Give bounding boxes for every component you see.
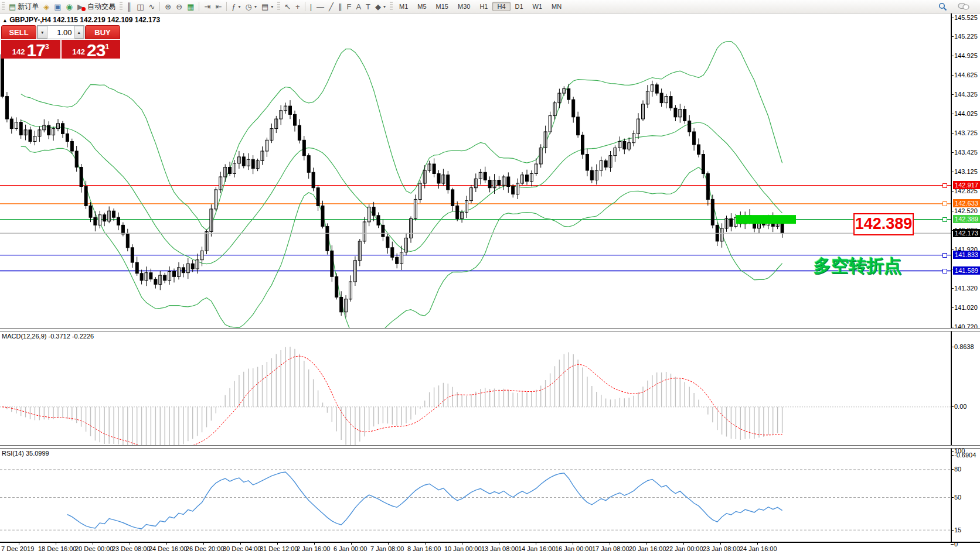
chevron-down-icon[interactable]: ▾ — [254, 4, 257, 9]
chevron-down-icon[interactable]: ▾ — [383, 4, 386, 9]
timeframe-h4-button[interactable]: H4 — [492, 2, 510, 11]
toolbar-grip[interactable] — [390, 2, 393, 11]
indicators-button[interactable]: ƒ▾ — [229, 1, 243, 12]
time-axis-label: 31 Dec 12:00 — [260, 545, 298, 552]
rsi-tick-label: 15 — [954, 526, 961, 534]
price-tick-label: 144.025 — [954, 110, 978, 117]
zoom-in-button[interactable]: ⊕ — [162, 1, 173, 12]
one-click-trade-panel: SELL ▼ ▲ BUY 142 17 3 142 23 1 — [1, 25, 120, 59]
volume-increase-button[interactable]: ▲ — [74, 26, 84, 39]
templates-button[interactable]: ▤▾ — [259, 1, 275, 12]
chat-button[interactable] — [955, 1, 972, 12]
bollinger-lower-band — [21, 146, 782, 328]
timeframe-d1-button[interactable]: D1 — [511, 2, 528, 11]
rsi-tick-label: 80 — [954, 466, 961, 473]
time-axis-label: 10 Jan 00:00 — [444, 545, 482, 552]
cursor-button[interactable]: ↖ — [282, 1, 293, 12]
chart-window: ▲ GBPJPY-,H4 142.115 142.219 142.109 142… — [0, 13, 980, 554]
line-chart-icon: ∿ — [148, 3, 155, 11]
timeframe-m15-button[interactable]: M15 — [431, 2, 453, 11]
label-button[interactable]: T — [363, 1, 373, 12]
terminal-button[interactable]: ▣ — [52, 1, 63, 12]
green-zone-rectangle[interactable] — [736, 215, 796, 224]
chevron-down-icon[interactable]: ▾ — [239, 4, 241, 9]
text-icon: A — [356, 3, 361, 11]
line-handle[interactable] — [942, 183, 947, 188]
fibonacci-button[interactable]: F — [344, 1, 353, 12]
pane-splitter-rsi[interactable] — [0, 445, 980, 449]
price-annotation-box[interactable]: 142.389 — [853, 213, 914, 235]
bollinger-upper-band — [21, 42, 782, 230]
price-tick-mark — [951, 56, 954, 56]
price-pane — [0, 13, 951, 328]
zoom-in-icon: ⊕ — [165, 3, 171, 11]
line-handle[interactable] — [942, 269, 947, 273]
crosshair-icon: + — [295, 3, 300, 11]
price-line-tag: 142.633 — [953, 199, 980, 207]
price-tick-mark — [951, 211, 954, 211]
monitor-icon: ▣ — [54, 3, 61, 11]
turning-point-text[interactable]: 多空转折点 — [814, 254, 901, 278]
horizontal-line-button[interactable]: — — [314, 1, 326, 12]
timeframe-w1-button[interactable]: W1 — [528, 2, 547, 11]
toolbar-grip[interactable] — [277, 2, 280, 11]
vertical-line-button[interactable]: | — [308, 1, 314, 12]
line-handle[interactable] — [942, 201, 947, 206]
time-axis-label: 13 Jan 08:00 — [481, 545, 519, 552]
rsi-line — [67, 472, 782, 529]
trendline-button[interactable]: ╱ — [326, 1, 336, 12]
zoom-out-button[interactable]: ⊖ — [173, 1, 185, 12]
channel-button[interactable]: ∥ — [336, 1, 345, 12]
time-axis-label: 26 Dec 20:00 — [186, 545, 224, 552]
bars-icon: ║ — [127, 3, 132, 11]
indicators-icon: ƒ — [232, 3, 236, 11]
autotrading-button[interactable]: ▶自动交易 — [75, 1, 118, 12]
search-button[interactable] — [936, 1, 950, 12]
line-handle[interactable] — [942, 217, 947, 222]
signals-button[interactable]: ◉ — [64, 1, 75, 12]
charts-button[interactable]: ◈ — [41, 1, 52, 12]
price-tick-label: 143.725 — [954, 129, 978, 136]
buy-price-button[interactable]: 142 23 1 — [62, 40, 121, 59]
sell-price-button[interactable]: 142 17 3 — [1, 40, 60, 59]
line-handle[interactable] — [942, 253, 947, 258]
price-tick-mark — [951, 172, 954, 172]
periods-button[interactable]: ◷▾ — [243, 1, 259, 12]
chevron-down-icon[interactable]: ▾ — [271, 4, 273, 9]
time-tick-mark — [646, 542, 647, 545]
toolbar-grip[interactable] — [120, 2, 122, 11]
candlestick-chart-button[interactable]: ◫ — [134, 1, 146, 12]
line-chart-button[interactable]: ∿ — [146, 1, 157, 12]
toolbar-grip[interactable] — [2, 2, 5, 11]
volume-input[interactable] — [47, 26, 74, 39]
timeframe-h1-button[interactable]: H1 — [475, 2, 492, 11]
timeframe-m5-button[interactable]: M5 — [413, 2, 431, 11]
buy-button[interactable]: BUY — [85, 25, 120, 39]
price-tick-label: 141.320 — [954, 285, 978, 292]
time-tick-mark — [351, 542, 352, 545]
bars-chart-button[interactable]: ║ — [124, 1, 134, 12]
collapse-triangle-icon[interactable]: ▲ — [2, 18, 8, 23]
price-tick-label: 141.020 — [954, 304, 978, 311]
time-axis-label: 20 Dec 00:00 — [75, 545, 113, 552]
fibonacci-icon: F — [346, 3, 351, 11]
text-button[interactable]: A — [353, 1, 363, 12]
pane-splitter-macd[interactable] — [0, 328, 980, 331]
time-axis-label: 7 Dec 2019 — [1, 545, 34, 552]
timeframe-m1-button[interactable]: M1 — [394, 2, 413, 11]
arrows-icon: ◆ — [375, 3, 381, 11]
volume-decrease-button[interactable]: ▼ — [38, 26, 47, 39]
sell-button[interactable]: SELL — [1, 25, 36, 39]
auto-scroll-button[interactable]: ⇥ — [202, 1, 213, 12]
tile-windows-button[interactable]: ▦ — [185, 1, 196, 12]
price-tick-mark — [951, 249, 954, 250]
arrows-button[interactable]: ◆▾ — [373, 1, 388, 12]
price-tick-mark — [951, 307, 954, 308]
toolbar-separator — [199, 2, 199, 11]
new-order-button[interactable]: ▤新订单 — [6, 1, 41, 12]
price-line-tag: 142.917 — [953, 181, 980, 189]
chart-shift-button[interactable]: ⇤ — [213, 1, 224, 12]
timeframe-mn-button[interactable]: MN — [547, 2, 566, 11]
timeframe-m30-button[interactable]: M30 — [453, 2, 475, 11]
crosshair-button[interactable]: + — [293, 1, 302, 12]
